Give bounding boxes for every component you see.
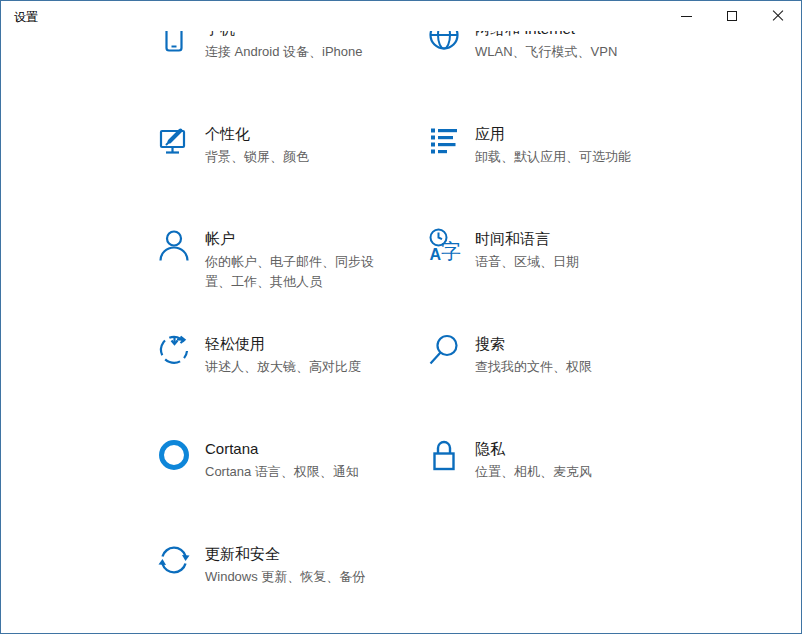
settings-tile-ease-of-access[interactable]: 轻松使用 讲述人、放大镜、高对比度: [156, 316, 426, 421]
settings-tile-apps[interactable]: 应用 卸载、默认应用、可选功能: [426, 106, 696, 211]
settings-tile-time-language[interactable]: A 字 时间和语言 语音、区域、日期: [426, 211, 696, 316]
maximize-button[interactable]: [709, 1, 755, 31]
tile-subtitle: Windows 更新、恢复、备份: [205, 567, 381, 587]
window-controls: [663, 1, 801, 31]
settings-tile-update-security[interactable]: 更新和安全 Windows 更新、恢复、备份: [156, 526, 426, 631]
tile-subtitle: Cortana 语言、权限、通知: [205, 462, 381, 482]
settings-tile-cortana[interactable]: Cortana Cortana 语言、权限、通知: [156, 421, 426, 526]
tile-subtitle: 位置、相机、麦克风: [475, 462, 651, 482]
tile-title: 更新和安全: [205, 546, 410, 562]
tile-subtitle: 卸载、默认应用、可选功能: [475, 147, 651, 167]
tile-title: 搜索: [475, 336, 680, 352]
svg-text:A: A: [430, 246, 442, 263]
settings-home-viewport: 手机 连接 Android 设备、iPhone 网络和 Internet WLA…: [1, 31, 801, 633]
titlebar: 设置: [1, 1, 801, 31]
settings-category-grid: 手机 连接 Android 设备、iPhone 网络和 Internet WLA…: [156, 31, 696, 631]
tile-title: 轻松使用: [205, 336, 410, 352]
tile-title: 网络和 Internet: [475, 31, 680, 37]
tile-title: 应用: [475, 126, 680, 142]
tile-title: 时间和语言: [475, 231, 680, 247]
tile-subtitle: 查找我的文件、权限: [475, 357, 651, 377]
settings-window: 设置 手机 连接 Android 设备、iPhone: [0, 0, 802, 634]
tile-title: Cortana: [205, 441, 410, 457]
update-security-icon: [156, 542, 192, 578]
settings-tile-network[interactable]: 网络和 Internet WLAN、飞行模式、VPN: [426, 31, 696, 106]
window-title: 设置: [14, 10, 38, 24]
ease-of-access-icon: [156, 332, 192, 368]
settings-tile-search[interactable]: 搜索 查找我的文件、权限: [426, 316, 696, 421]
settings-tile-accounts[interactable]: 帐户 你的帐户、电子邮件、同步设置、工作、其他人员: [156, 211, 426, 316]
search-icon: [426, 332, 462, 368]
network-globe-icon: [426, 31, 462, 53]
apps-list-icon: [426, 122, 462, 158]
tile-subtitle: 背景、锁屏、颜色: [205, 147, 381, 167]
settings-tile-personalization[interactable]: 个性化 背景、锁屏、颜色: [156, 106, 426, 211]
minimize-button[interactable]: [663, 1, 709, 31]
tile-title: 手机: [205, 31, 410, 37]
phone-icon: [156, 31, 192, 53]
settings-tile-privacy[interactable]: 隐私 位置、相机、麦克风: [426, 421, 696, 526]
tile-subtitle: 讲述人、放大镜、高对比度: [205, 357, 381, 377]
privacy-lock-icon: [426, 437, 462, 473]
tile-title: 个性化: [205, 126, 410, 142]
svg-text:字: 字: [441, 240, 461, 262]
personalization-icon: [156, 122, 192, 158]
accounts-person-icon: [156, 227, 192, 263]
maximize-icon: [727, 11, 737, 21]
tile-subtitle: 语音、区域、日期: [475, 252, 651, 272]
close-icon: [772, 10, 784, 22]
tile-subtitle: 你的帐户、电子邮件、同步设置、工作、其他人员: [205, 252, 381, 292]
cortana-icon: [156, 437, 192, 473]
tile-title: 隐私: [475, 441, 680, 457]
settings-tile-phone[interactable]: 手机 连接 Android 设备、iPhone: [156, 31, 426, 106]
tile-subtitle: WLAN、飞行模式、VPN: [475, 42, 651, 62]
close-button[interactable]: [755, 1, 801, 31]
tile-subtitle: 连接 Android 设备、iPhone: [205, 42, 381, 62]
time-language-icon: A 字: [426, 227, 462, 263]
tile-title: 帐户: [205, 231, 410, 247]
minimize-icon: [681, 16, 692, 17]
